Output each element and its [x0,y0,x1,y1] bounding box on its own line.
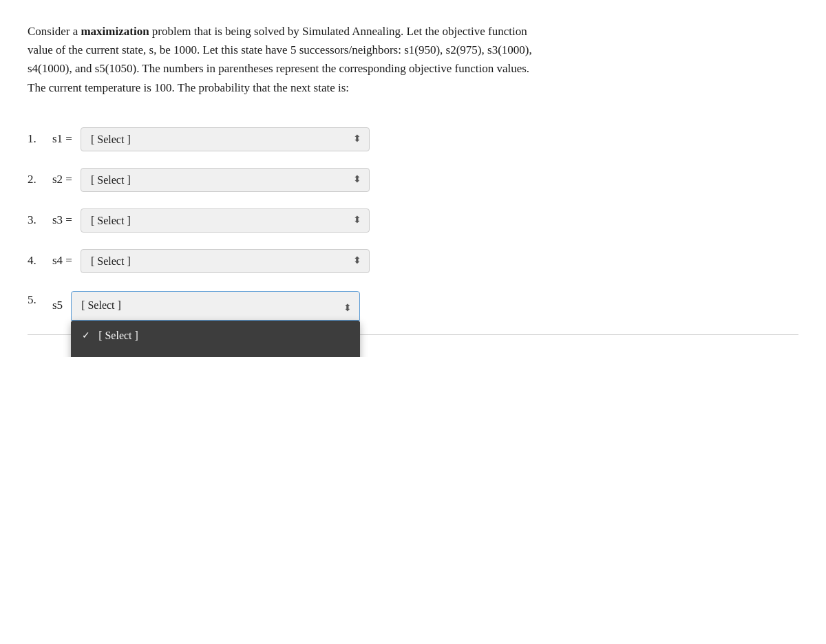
page-container: Consider a maximization problem that is … [28,22,798,335]
select-wrapper-1: [ Select ] 0.778 0.121 0.156 0.2 0.606 ⬍ [81,127,370,151]
select-s5-display[interactable]: [ Select ] [71,291,360,321]
question-number-4: 4. [28,252,47,270]
select-wrapper-4: [ Select ] 0.778 0.121 0.156 0.2 0.606 ⬍ [81,249,370,273]
bold-maximization: maximization [81,25,149,38]
question-list: 1. s1 = [ Select ] 0.778 0.121 0.156 0.2… [28,119,798,329]
select-wrapper-5: [ Select ] ⬍ ✓ [ Select ] 0.778 [71,291,360,321]
question-label-2: s2 = [52,171,72,189]
select-s3[interactable]: [ Select ] 0.778 0.121 0.156 0.2 0.606 [81,208,370,233]
dropdown-option-label-select: [ Select ] [98,328,138,345]
question-number-3: 3. [28,211,47,229]
select-wrapper-3: [ Select ] 0.778 0.121 0.156 0.2 0.606 ⬍ [81,208,370,233]
select-s1[interactable]: [ Select ] 0.778 0.121 0.156 0.2 0.606 [81,127,370,151]
select-s5-value: [ Select ] [81,299,121,311]
intro-paragraph: Consider a maximization problem that is … [28,22,537,97]
question-item-2: 2. s2 = [ Select ] 0.778 0.121 0.156 0.2… [28,160,798,200]
question-item-4: 4. s4 = [ Select ] 0.778 0.121 0.156 0.2… [28,241,798,281]
question-item-1: 1. s1 = [ Select ] 0.778 0.121 0.156 0.2… [28,119,798,160]
question-number-5: 5. [28,291,47,309]
question-item-3: 3. s3 = [ Select ] 0.778 0.121 0.156 0.2… [28,200,798,241]
select-wrapper-2: [ Select ] 0.778 0.121 0.156 0.2 0.606 ⬍ [81,168,370,192]
question-number-2: 2. [28,171,47,189]
question-label-3: s3 = [52,211,72,229]
question-item-5: 5. s5 [ Select ] ⬍ ✓ [ Select ] [28,281,798,329]
dropdown-list-s5: ✓ [ Select ] 0.778 0.121 0.156 [71,321,360,357]
question-label-1: s1 = [52,130,72,148]
question-number-1: 1. [28,130,47,148]
select-s4[interactable]: [ Select ] 0.778 0.121 0.156 0.2 0.606 [81,249,370,273]
checkmark-icon: ✓ [82,328,93,343]
question-label-4: s4 = [52,252,72,270]
dropdown-option-0778[interactable]: 0.778 [71,351,360,356]
question-label-5: s5 [52,297,63,314]
select-s2[interactable]: [ Select ] 0.778 0.121 0.156 0.2 0.606 [81,168,370,192]
dropdown-option-select[interactable]: ✓ [ Select ] [71,321,360,352]
